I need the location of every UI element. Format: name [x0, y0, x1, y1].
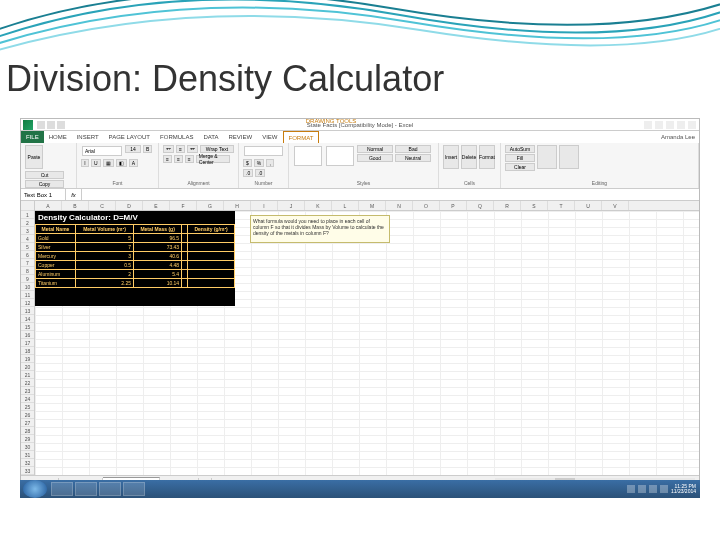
table-cell[interactable]: 2: [75, 270, 133, 279]
autosum-button[interactable]: AutoSum: [505, 145, 535, 153]
tab-data[interactable]: DATA: [198, 131, 223, 143]
percent-button[interactable]: %: [254, 159, 264, 167]
tray-network-icon[interactable]: [638, 485, 646, 493]
table-cell[interactable]: Titanium: [36, 279, 76, 288]
table-cell[interactable]: [188, 270, 235, 279]
col-header[interactable]: U: [575, 201, 602, 210]
tray-icon[interactable]: [627, 485, 635, 493]
copy-button[interactable]: Copy: [25, 180, 64, 188]
format-cells-button[interactable]: Format: [479, 145, 495, 169]
worksheet-grid[interactable]: 1234567891011121314151617181920212223242…: [21, 201, 699, 475]
maximize-icon[interactable]: [677, 121, 685, 129]
row-header[interactable]: 3: [21, 227, 34, 235]
row-header[interactable]: 18: [21, 347, 34, 355]
currency-button[interactable]: $: [243, 159, 252, 167]
taskbar-item-powerpoint[interactable]: [75, 482, 97, 496]
start-button[interactable]: [23, 480, 47, 498]
merge-center-button[interactable]: Merge & Center: [196, 155, 230, 163]
paste-button[interactable]: Paste: [25, 145, 43, 169]
table-cell[interactable]: 2.25: [75, 279, 133, 288]
row-header[interactable]: 24: [21, 395, 34, 403]
row-header[interactable]: 29: [21, 435, 34, 443]
border-button[interactable]: ▦: [103, 159, 114, 167]
formula-input[interactable]: [82, 189, 699, 200]
table-cell[interactable]: [188, 252, 235, 261]
col-header[interactable]: J: [278, 201, 305, 210]
qat-redo-icon[interactable]: [57, 121, 65, 129]
row-header[interactable]: 19: [21, 355, 34, 363]
row-header[interactable]: 9: [21, 275, 34, 283]
tab-format[interactable]: FORMAT: [283, 131, 320, 143]
qat-save-icon[interactable]: [37, 121, 45, 129]
name-box[interactable]: Text Box 1: [21, 189, 66, 200]
font-color-button[interactable]: A: [129, 159, 138, 167]
row-header[interactable]: 17: [21, 339, 34, 347]
row-header[interactable]: 30: [21, 443, 34, 451]
conditional-formatting-button[interactable]: [294, 146, 322, 166]
taskbar-item-chrome[interactable]: [99, 482, 121, 496]
row-header[interactable]: 6: [21, 251, 34, 259]
col-header[interactable]: A: [35, 201, 62, 210]
minimize-icon[interactable]: [666, 121, 674, 129]
table-cell[interactable]: 5: [75, 234, 133, 243]
row-header[interactable]: 25: [21, 403, 34, 411]
col-header[interactable]: G: [197, 201, 224, 210]
table-cell[interactable]: 10.14: [134, 279, 182, 288]
style-bad[interactable]: Bad: [395, 145, 431, 153]
table-cell[interactable]: Mercury: [36, 252, 76, 261]
row-header[interactable]: 10: [21, 283, 34, 291]
comma-button[interactable]: ,: [266, 159, 274, 167]
col-header[interactable]: E: [143, 201, 170, 210]
table-cell[interactable]: Silver: [36, 243, 76, 252]
row-header[interactable]: 5: [21, 243, 34, 251]
table-cell[interactable]: [188, 243, 235, 252]
column-headers[interactable]: ABCDEFGHIJKLMNOPQRSTUV: [35, 201, 699, 211]
col-header[interactable]: Q: [467, 201, 494, 210]
col-header[interactable]: H: [224, 201, 251, 210]
row-header[interactable]: 12: [21, 299, 34, 307]
col-header[interactable]: F: [170, 201, 197, 210]
col-header[interactable]: L: [332, 201, 359, 210]
row-header[interactable]: 23: [21, 387, 34, 395]
bold-button[interactable]: B: [143, 145, 152, 153]
align-left-button[interactable]: ≡: [163, 155, 172, 163]
table-cell[interactable]: Copper: [36, 261, 76, 270]
close-icon[interactable]: [688, 121, 696, 129]
row-header[interactable]: 32: [21, 459, 34, 467]
row-header[interactable]: 21: [21, 371, 34, 379]
row-header[interactable]: 2: [21, 219, 34, 227]
ribbon-options-icon[interactable]: [655, 121, 663, 129]
table-cell[interactable]: 7: [75, 243, 133, 252]
tab-formulas[interactable]: FORMULAS: [155, 131, 198, 143]
table-cell[interactable]: 40.6: [134, 252, 182, 261]
row-header[interactable]: 26: [21, 411, 34, 419]
font-size-select[interactable]: 14: [125, 145, 141, 153]
row-header[interactable]: 11: [21, 291, 34, 299]
col-header[interactable]: I: [251, 201, 278, 210]
row-header[interactable]: 16: [21, 331, 34, 339]
col-header[interactable]: V: [602, 201, 629, 210]
tab-review[interactable]: REVIEW: [224, 131, 258, 143]
increase-decimal-button[interactable]: .0: [243, 169, 253, 177]
number-format-select[interactable]: [244, 146, 283, 156]
row-headers[interactable]: 1234567891011121314151617181920212223242…: [21, 201, 35, 475]
row-header[interactable]: 4: [21, 235, 34, 243]
style-good[interactable]: Good: [357, 154, 393, 162]
tray-action-icon[interactable]: [660, 485, 668, 493]
select-all-cell[interactable]: [21, 201, 34, 211]
align-center-button[interactable]: ≡: [174, 155, 183, 163]
align-top-button[interactable]: ⬴: [163, 145, 174, 153]
fx-icon[interactable]: fx: [66, 189, 82, 200]
align-bottom-button[interactable]: ⬵: [187, 145, 198, 153]
col-header[interactable]: T: [548, 201, 575, 210]
account-name[interactable]: Amanda Lee: [661, 134, 695, 140]
clear-button[interactable]: Clear: [505, 163, 535, 171]
taskbar-item-explorer[interactable]: [51, 482, 73, 496]
italic-button[interactable]: I: [81, 159, 89, 167]
align-right-button[interactable]: ≡: [185, 155, 194, 163]
row-header[interactable]: 15: [21, 323, 34, 331]
table-cell[interactable]: 5.4: [134, 270, 182, 279]
row-header[interactable]: 20: [21, 363, 34, 371]
col-header[interactable]: R: [494, 201, 521, 210]
format-as-table-button[interactable]: [326, 146, 354, 166]
